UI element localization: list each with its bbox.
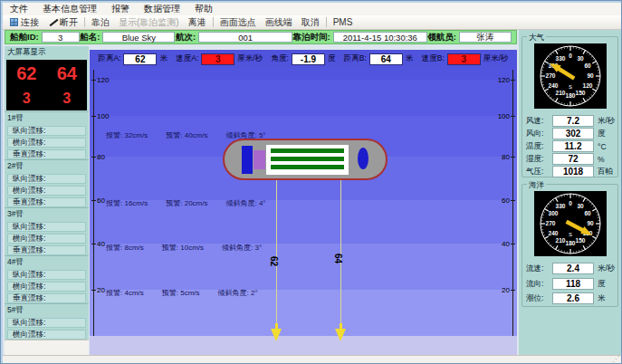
distance-line-a (276, 180, 277, 327)
pms-button[interactable]: PMS (329, 16, 358, 29)
arm1-lateral-drift-button[interactable]: 横向漂移: (7, 138, 86, 148)
axis-tick-left: 60 (97, 196, 105, 205)
axis-tick-left: 20 (97, 286, 105, 294)
tide-level-label: 潮位: (526, 293, 552, 304)
arm1-vertical-drift-button[interactable]: 垂直漂移: (7, 149, 86, 159)
humidity-unit: % (598, 155, 605, 164)
arm5-longitudinal-drift-button[interactable]: 纵向漂移: (7, 318, 86, 328)
arm3-longitudinal-drift-button[interactable]: 纵向漂移: (7, 222, 86, 232)
ship-id-input[interactable]: 3 (42, 32, 80, 43)
axis-tick-left: 120 (97, 76, 109, 84)
svg-text:180: 180 (566, 240, 576, 246)
svg-text:90: 90 (587, 72, 594, 79)
wind-compass-gauge: 0306090120150180210240270300330S (534, 43, 607, 109)
arm2-longitudinal-drift-button[interactable]: 纵向漂移: (7, 174, 86, 184)
atmosphere-title: 大气 (527, 33, 546, 43)
wind-speed-unit: 米/秒 (598, 116, 615, 127)
wind-direction-label: 风向: (526, 129, 552, 139)
svg-text:0: 0 (569, 53, 572, 59)
arm1-longitudinal-drift-button[interactable]: 纵向漂移: (7, 126, 86, 136)
tilt-threshold: 倾斜角度: 2° (218, 288, 258, 298)
tick-mark (511, 200, 515, 201)
connect-button[interactable]: 连接 (5, 16, 43, 29)
menu-basic-info[interactable]: 基本信息管理 (35, 3, 104, 15)
depart-button[interactable]: 离港 (184, 16, 211, 29)
berth-time-input[interactable]: 2011-4-15 10:30:36 (333, 32, 427, 43)
voyage-input[interactable]: 001 (198, 32, 292, 43)
status-bar: ⋰ (3, 355, 621, 363)
arm4-vertical-drift-button[interactable]: 垂直漂移: (7, 293, 86, 303)
temperature-value: 11.2 (552, 140, 594, 152)
svg-text:210: 210 (556, 237, 566, 244)
menu-help[interactable]: 帮助 (187, 3, 220, 15)
berth-button[interactable]: 靠泊 (87, 16, 114, 29)
toolbar-separator (326, 17, 327, 27)
tick-mark (91, 80, 96, 81)
axis-tick-right: 20 (502, 286, 510, 294)
voyage-label: 航次: (176, 32, 196, 43)
svg-text:300: 300 (549, 210, 559, 216)
ship-info-bar: 船舶ID:3 船名:Blue Sky 航次:001 靠泊时间:2011-4-15… (5, 30, 517, 44)
arm4-lateral-drift-button[interactable]: 横向漂移: (7, 282, 86, 292)
display-group-title: 大屏幕显示 (5, 46, 89, 58)
axis-tick-left: 40 (97, 240, 105, 248)
alarm-row-4: 报警: 4cm/s 预警: 5cm/s 倾斜角度: 2° (106, 288, 258, 298)
svg-text:150: 150 (576, 237, 586, 244)
arm3-lateral-drift-button[interactable]: 横向漂移: (7, 234, 86, 244)
wind-speed-value: 7.2 (552, 115, 594, 127)
toolbar-separator (84, 17, 85, 27)
menu-alarm[interactable]: 报警 (104, 3, 137, 15)
berth-time-label: 靠泊时间: (293, 32, 330, 43)
chart-band (90, 80, 517, 116)
arm3-vertical-drift-button[interactable]: 垂直漂移: (7, 245, 86, 255)
arm5-lateral-drift-button[interactable]: 横向漂移: (7, 330, 86, 340)
ship-name-input[interactable]: Blue Sky (102, 32, 175, 43)
svg-text:120: 120 (583, 82, 593, 89)
arm4-longitudinal-drift-button[interactable]: 纵向漂移: (7, 270, 86, 280)
ship-deck (266, 145, 349, 175)
arm2-lateral-drift-button[interactable]: 横向漂移: (7, 186, 86, 196)
svg-text:270: 270 (546, 220, 556, 226)
left-axis (93, 70, 94, 336)
svg-text:0: 0 (569, 200, 572, 206)
pick-point-button[interactable]: 画面选点 (215, 16, 261, 29)
pilot-input[interactable]: 张涛 (459, 32, 512, 43)
measurement-strip: 距离A:62米 速度A:3厘米/秒 角度:-1.9度 距离B:64米 速度B:3… (90, 50, 517, 68)
menu-data[interactable]: 数据管理 (137, 3, 187, 15)
menu-file[interactable]: 文件 (3, 3, 35, 15)
tick-mark (91, 116, 96, 117)
ship-bow-block (242, 146, 253, 174)
alarm-threshold: 报警: 4cm/s (106, 288, 144, 298)
svg-text:240: 240 (549, 82, 559, 89)
arm-group-title-5: 5#臂 (5, 303, 89, 316)
axis-tick-left: 100 (97, 112, 109, 120)
chart-band (90, 68, 517, 80)
ship-name-label: 船名: (80, 32, 100, 43)
chart-footer-band (90, 336, 517, 355)
speed-a-label: 速度A: (176, 53, 198, 64)
speed-b-unit: 厘米/秒 (483, 53, 509, 64)
svg-text:180: 180 (566, 92, 576, 99)
distance-a-unit: 米 (159, 53, 167, 64)
arm-group-title-4: 4#臂 (5, 255, 89, 268)
deck-stripe (271, 157, 344, 161)
distance-b-unit: 米 (406, 53, 414, 64)
led-value-a: 62 (16, 63, 36, 84)
environment-panel: 大气 0306090120150180210240270300330S 风速:7… (519, 30, 621, 355)
down-arrow-icon (335, 329, 346, 341)
arm-group-title-1: 1#臂 (5, 111, 89, 124)
atmosphere-group: 大气 0306090120150180210240270300330S 风速:7… (522, 36, 618, 177)
cancel-button[interactable]: 取消 (297, 16, 324, 29)
speed-a-value: 3 (201, 53, 234, 65)
arm2-vertical-drift-button[interactable]: 垂直漂移: (7, 197, 86, 207)
draw-line-button[interactable]: 画线端 (261, 16, 297, 29)
ocean-title: 海洋 (527, 180, 546, 191)
axis-tick-right: 120 (498, 76, 510, 84)
warning-threshold: 预警: 20cm/s (166, 198, 207, 208)
svg-text:30: 30 (577, 203, 584, 209)
resize-grip[interactable]: ⋰ (612, 355, 619, 363)
distance-line-b-label: 64 (333, 254, 343, 263)
disconnect-button[interactable]: 断开 (43, 16, 82, 29)
tick-mark (511, 290, 515, 291)
connect-icon (10, 18, 18, 26)
